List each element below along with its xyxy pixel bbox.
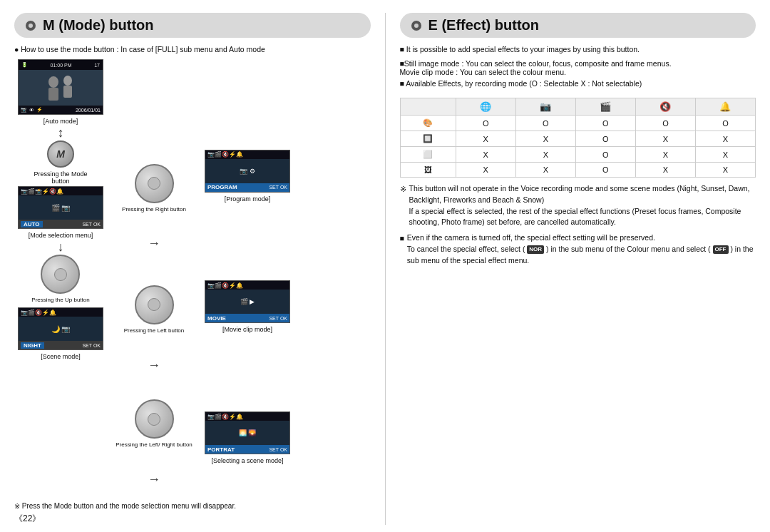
note-1-text: This button will not operate in the Voic… — [409, 183, 756, 228]
program-group: 📷🎬🔇⚡🔔 📷 ⚙ PROGRAM SET OK [Program mode] — [205, 150, 290, 203]
svg-rect-0 — [32, 72, 89, 103]
mode-icons: 📷🎬📸⚡🔇🔔 — [19, 187, 103, 195]
scene-mode-cam: 📷🎬🔇⚡🔔 🌙 📷 NIGHT SET OK — [18, 307, 103, 350]
cam-icons-row: 📷👁⚡2006/01/01 — [19, 106, 103, 114]
arrow-down-2: ↓ — [58, 240, 64, 253]
table-row: 🔲 X X O X X — [400, 131, 756, 147]
table-row: 🖼 X X O X X — [400, 163, 756, 178]
row1-val2: O — [515, 116, 575, 131]
row4-val4: X — [635, 163, 695, 178]
scene-select-cam: 📷🎬🔇⚡🔔 🌅 🌄 PORTRAT SET OK — [205, 411, 290, 454]
arrow-right-2: → — [148, 358, 160, 373]
pressing-leftright-group: Pressing the Left/ Right button — [115, 399, 192, 448]
th-empty — [400, 98, 456, 116]
scene-select-mode-label: [Selecting a scene mode] — [211, 457, 283, 464]
note-1-bullet: ※ — [400, 184, 406, 228]
mode-btn-group: M Pressing the Mode button — [34, 140, 87, 185]
right-section-header: E (Effect) button — [400, 13, 756, 38]
badge-off: OFF — [713, 245, 729, 254]
left-title: M (Mode) button — [43, 17, 154, 34]
movie-cam: 📷🎬🔇⚡🔔 🎬 ▶ MOVIE SET OK — [205, 280, 290, 323]
mode-btn-icon: M — [47, 140, 74, 168]
movie-bar: MOVIE SET OK — [205, 314, 289, 322]
nav-center-right — [148, 177, 160, 190]
prog-bar: PROGRAM SET OK — [205, 183, 289, 192]
program-cam: 📷🎬🔇⚡🔔 📷 ⚙ PROGRAM SET OK — [205, 150, 290, 193]
middle-sequence: Pressing the Right button → Pressing the… — [111, 59, 197, 498]
program-mode-label: [Program mode] — [225, 195, 271, 203]
table-row: 🎨 O O O O O — [400, 116, 756, 131]
left-sequence: 🔋01:00 PM17 📷 — [14, 59, 107, 498]
nav-center-left — [148, 298, 160, 311]
auto-mode-label: [Auto mode] — [43, 118, 78, 125]
auto-mode-cam: 🔋01:00 PM17 📷 — [18, 59, 103, 115]
pressing-right-group: Pressing the Right button — [122, 164, 186, 213]
pressing-mode-label: Pressing the Mode button — [34, 170, 87, 185]
row1-val3: O — [575, 116, 635, 131]
left-note: ※ Press the Mode button and the mode sel… — [14, 502, 371, 510]
row4-val1: X — [456, 163, 515, 178]
svg-point-1 — [48, 76, 58, 88]
nav-center — [54, 268, 67, 281]
row2-icon: 🔲 — [400, 131, 456, 147]
scene-bar: NIGHT SET OK — [19, 341, 103, 349]
effect-line-3: ■ Available Effects, by recording mode (… — [400, 79, 756, 88]
effect-table: 🌐 📷 🎬 🔇 🔔 🎨 O O O O O 🔲 — [400, 98, 756, 178]
th-icon-5: 🔔 — [695, 98, 755, 116]
scene-select-group: 📷🎬🔇⚡🔔 🌅 🌄 PORTRAT SET OK [Selecting a sc… — [205, 411, 290, 464]
row4-icon: 🖼 — [400, 163, 456, 178]
row2-val5: X — [695, 131, 755, 147]
movie-group: 📷🎬🔇⚡🔔 🎬 ▶ MOVIE SET OK [Movie clip mode] — [205, 280, 290, 333]
nav-center-lr — [148, 413, 160, 426]
row1-val1: O — [456, 116, 515, 131]
note-2-text: Even if the camera is turned off, the sp… — [407, 232, 756, 266]
divider — [385, 13, 386, 525]
row3-val5: X — [695, 147, 755, 163]
movie-icons: 📷🎬🔇⚡🔔 — [205, 281, 289, 290]
scene-sel-icons: 📷🎬🔇⚡🔔 — [205, 412, 289, 421]
nav-wheel-right — [135, 164, 174, 203]
header-bullet-right — [411, 21, 421, 31]
row3-val3: O — [575, 147, 635, 163]
row1-val4: O — [635, 116, 695, 131]
row2-val1: X — [456, 131, 515, 147]
movie-mode-label: [Movie clip mode] — [222, 326, 272, 333]
pressing-left-label: Pressing the Left button — [124, 327, 185, 334]
left-intro: ● How to use the mode button : In case o… — [14, 45, 371, 53]
effect-line-2: ■Still image mode : You can select the c… — [400, 59, 756, 76]
scene-mode-label: [Scene mode] — [41, 353, 81, 360]
pressing-up-group: Pressing the Up button — [31, 255, 89, 303]
badge-nor: NOR — [527, 245, 544, 254]
svg-point-3 — [63, 76, 72, 86]
prog-icons: 📷🎬🔇⚡🔔 — [205, 150, 289, 159]
arrow-down-1: ↕ — [58, 126, 64, 139]
pressing-left-group: Pressing the Left button — [124, 285, 185, 334]
left-section: M (Mode) button ● How to use the mode bu… — [14, 13, 371, 525]
note-2: ■ Even if the camera is turned off, the … — [400, 232, 756, 266]
th-icon-2: 📷 — [515, 98, 575, 116]
right-section: E (Effect) button ■ It is possible to ad… — [400, 13, 756, 525]
row2-val3: O — [575, 131, 635, 147]
nav-wheel-left — [135, 285, 174, 324]
th-icon-4: 🔇 — [635, 98, 695, 116]
arrow-right-3: → — [148, 472, 160, 487]
note-1: ※ This button will not operate in the Vo… — [400, 183, 756, 228]
note-2-bullet: ■ — [400, 233, 404, 266]
nav-wheel-leftright — [135, 399, 174, 439]
row4-val3: O — [575, 163, 635, 178]
table-row: ⬜ X X O X X — [400, 147, 756, 163]
pressing-leftright-label: Pressing the Left/ Right button — [115, 441, 192, 448]
page-number: 《22》 — [14, 513, 371, 525]
row3-icon: ⬜ — [400, 147, 456, 163]
row1-val5: O — [695, 116, 755, 131]
left-section-header: M (Mode) button — [14, 13, 371, 38]
cam-top-bar: 🔋01:00 PM17 — [19, 60, 103, 70]
right-title: E (Effect) button — [428, 17, 540, 34]
row3-val2: X — [515, 147, 575, 163]
row2-val2: X — [515, 131, 575, 147]
cam-mid-area — [19, 70, 103, 106]
row2-val4: X — [635, 131, 695, 147]
svg-rect-4 — [63, 86, 72, 98]
header-bullet-left — [26, 21, 36, 31]
effect-line-1: ■ It is possible to add special effects … — [400, 45, 756, 53]
